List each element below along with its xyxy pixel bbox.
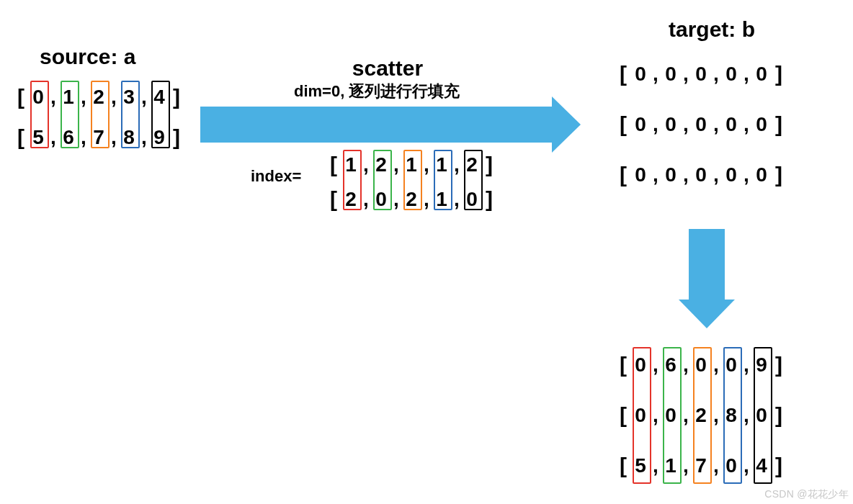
cell: 0 [658, 114, 683, 135]
result-col-2-box [693, 347, 712, 484]
bracket-open: [ [16, 85, 26, 109]
target-row-2: [ 0, 0, 0, 0, 0 ] [618, 163, 784, 187]
cell: 0 [719, 64, 743, 84]
operation-title: scatter [337, 56, 438, 81]
cell: 0 [658, 64, 683, 84]
source-title: source: a [40, 45, 135, 69]
index-col-0-box [343, 150, 362, 210]
source-col-4-box [151, 81, 170, 148]
bracket-open: [ [618, 454, 628, 478]
bracket-open: [ [618, 62, 628, 86]
scatter-arrow-right [200, 107, 553, 143]
bracket-close: ] [774, 62, 784, 86]
bracket-open: [ [618, 163, 628, 187]
cell: 0 [689, 165, 713, 185]
bracket-close: ] [774, 353, 784, 377]
result-col-3-box [723, 347, 742, 484]
index-label: index= [251, 167, 301, 186]
bracket-open: [ [329, 187, 339, 212]
bracket-close: ] [774, 112, 784, 137]
index-col-2-box [403, 150, 422, 210]
cell: 0 [749, 64, 774, 84]
bracket-open: [ [618, 112, 628, 137]
bracket-open: [ [618, 403, 628, 428]
bracket-close: ] [774, 403, 784, 428]
target-row-0: [ 0, 0, 0, 0, 0 ] [618, 62, 784, 86]
cell: 0 [749, 114, 774, 135]
cell: 0 [628, 64, 653, 84]
cell: 0 [628, 114, 653, 135]
target-row-1: [ 0, 0, 0, 0, 0 ] [618, 112, 784, 137]
source-col-0-box [30, 81, 49, 148]
bracket-close: ] [171, 85, 182, 109]
bracket-open: [ [16, 125, 26, 150]
result-arrow-down [689, 229, 725, 301]
target-title: target: b [669, 17, 755, 42]
cell: 0 [689, 114, 713, 135]
index-col-3-box [434, 150, 452, 210]
bracket-close: ] [484, 153, 494, 177]
cell: 0 [719, 165, 743, 185]
target-matrix: [ 0, 0, 0, 0, 0 ] [ 0, 0, 0, 0, 0 ] [ 0,… [618, 62, 784, 187]
cell: 0 [689, 64, 713, 84]
result-col-1-box [663, 347, 682, 484]
bracket-close: ] [171, 125, 182, 150]
result-col-4-box [754, 347, 772, 484]
bracket-close: ] [484, 187, 494, 212]
cell: 0 [628, 165, 653, 185]
cell: 0 [719, 114, 743, 135]
operation-subtitle: dim=0, 逐列进行行填充 [294, 81, 460, 102]
index-col-4-box [464, 150, 483, 210]
source-col-1-box [61, 81, 79, 148]
cell: 0 [658, 165, 683, 185]
index-col-1-box [373, 150, 392, 210]
result-col-0-box [633, 347, 651, 484]
bracket-close: ] [774, 454, 784, 478]
cell: 0 [749, 165, 774, 185]
bracket-close: ] [774, 163, 784, 187]
bracket-open: [ [329, 153, 339, 177]
bracket-open: [ [618, 353, 628, 377]
watermark: CSDN @花花少年 [764, 488, 849, 501]
source-col-3-box [121, 81, 140, 148]
source-col-2-box [91, 81, 110, 148]
